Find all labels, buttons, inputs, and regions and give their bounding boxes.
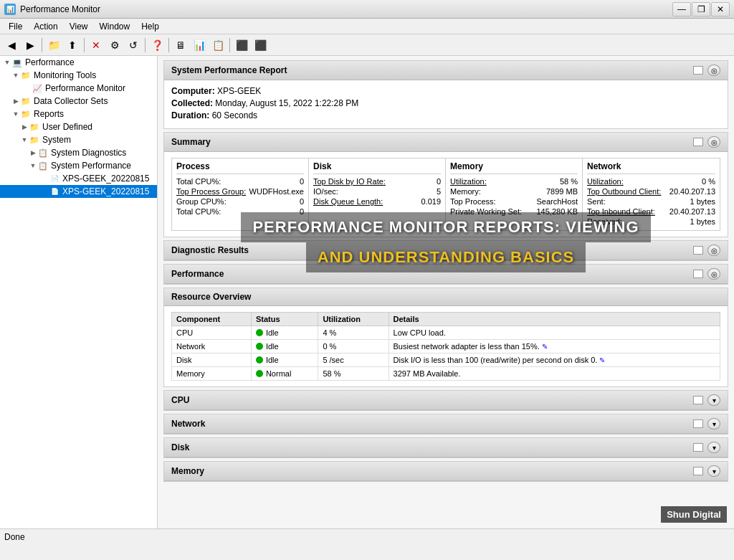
summary-title: Summary (171, 137, 211, 147)
res-component-cpu: CPU (172, 326, 252, 340)
network-label-1[interactable]: Top Outbound Client: (587, 187, 661, 196)
network-label-3[interactable]: Top Inbound Client: (587, 207, 655, 216)
sidebar-item-xps1[interactable]: 📄 XPS-GEEK_20220815 (0, 172, 157, 185)
process-label-3: Total CPU%: (176, 207, 221, 216)
view-btn-2[interactable]: 📊 (191, 37, 208, 54)
sidebar-item-user-defined[interactable]: ▶ 📁 User Defined (0, 120, 157, 133)
label-system: System (42, 135, 71, 145)
report-main-title: System Performance Report (171, 65, 287, 75)
sidebar-item-performance[interactable]: ▼ 💻 Performance (0, 56, 157, 69)
label-reports: Reports (34, 109, 64, 119)
view-btn-1[interactable]: 🖥 (172, 37, 189, 54)
performance-title: Performance (171, 269, 224, 279)
view-btn-3[interactable]: 📋 (209, 37, 227, 54)
resource-header[interactable]: Resource Overview (164, 288, 728, 306)
back-button[interactable]: ◀ (3, 37, 20, 54)
section-icon-diag (693, 246, 703, 255)
arrow-performance[interactable]: ▼ (3, 58, 11, 67)
sidebar-item-system[interactable]: ▼ 📁 System (0, 133, 157, 146)
menu-window[interactable]: Window (94, 20, 136, 33)
show-console-tree-button[interactable]: 📁 (45, 37, 62, 54)
toolbar-red-btn[interactable]: ⬛ (252, 37, 269, 54)
forward-button[interactable]: ▶ (22, 37, 39, 54)
resource-row-memory: Memory Normal 58 % 3297 MB Available. (172, 367, 720, 381)
process-value-1: WUDFHost.exe (249, 187, 304, 196)
collapse-report-btn[interactable]: ◎ (707, 65, 720, 76)
duration-label: Duration: (171, 110, 209, 120)
process-label-1[interactable]: Top Process Group: (176, 187, 246, 196)
sidebar-item-xps2[interactable]: 📄 XPS-GEEK_20220815 (0, 185, 157, 198)
disk-section-header[interactable]: Disk ▾ (164, 438, 728, 457)
network-row-0: Utilization: 0 % (587, 177, 715, 186)
summary-grid: Process Total CPU%: 0 Top Process Group:… (171, 158, 720, 231)
report-info: Computer: XPS-GEEK Collected: Monday, Au… (164, 80, 728, 128)
collapse-perf-btn[interactable]: ◎ (707, 268, 720, 280)
network-label-0[interactable]: Utilization: (587, 177, 624, 186)
memory-section-header[interactable]: Memory ▾ (164, 462, 728, 481)
summary-header[interactable]: Summary ◎ (164, 133, 728, 152)
arrow-sys-diag[interactable]: ▶ (29, 148, 37, 157)
maximize-button[interactable]: ❐ (692, 2, 710, 16)
process-value-0: 0 (300, 177, 304, 186)
toolbar-green-btn[interactable]: ⬛ (233, 37, 250, 54)
sidebar-item-perf-monitor[interactable]: 📈 Performance Monitor (0, 82, 157, 95)
menu-view[interactable]: View (64, 20, 94, 33)
diagnostic-header[interactable]: Diagnostic Results ◎ (164, 241, 728, 260)
arrow-data-collector[interactable]: ▶ (11, 97, 20, 105)
menu-help[interactable]: Help (135, 20, 165, 33)
delete-button[interactable]: ✕ (87, 37, 105, 54)
collected-label: Collected: (171, 98, 213, 108)
arrow-system[interactable]: ▼ (20, 136, 29, 144)
status-text: Done (4, 532, 25, 542)
memory-label-0[interactable]: Utilization: (450, 177, 487, 186)
disk-collapsed-section: Disk ▾ (163, 437, 728, 458)
performance-header[interactable]: Performance ◎ (164, 265, 728, 284)
collapse-disk-btn[interactable]: ▾ (707, 442, 720, 453)
collapse-net-btn[interactable]: ▾ (707, 418, 720, 430)
icon-sys-diag: 📋 (37, 148, 49, 158)
minimize-button[interactable]: — (672, 2, 691, 16)
cpu-section-header[interactable]: CPU ▾ (164, 391, 728, 410)
performance-section: Performance ◎ (163, 264, 728, 285)
network-section-title: Network (171, 419, 205, 429)
cpu-collapsed-section: CPU ▾ (163, 390, 728, 411)
toolbar-separator-2 (84, 38, 85, 52)
section-icon-net (693, 419, 703, 428)
window-controls: — ❐ ✕ (672, 2, 730, 16)
summary-content: Process Total CPU%: 0 Top Process Group:… (164, 152, 728, 237)
collapse-summary-btn[interactable]: ◎ (707, 136, 720, 148)
arrow-monitoring[interactable]: ▼ (11, 71, 20, 80)
arrow-reports[interactable]: ▼ (11, 110, 20, 118)
disk-label-2[interactable]: Disk Queue Length: (313, 197, 383, 206)
close-button[interactable]: ✕ (711, 2, 730, 16)
res-status-cpu: Idle (251, 326, 318, 340)
network-row-3: Top Inbound Client: 20.40.207.13 (587, 207, 715, 216)
collapse-mem-btn[interactable]: ▾ (707, 465, 720, 477)
report-header-bar[interactable]: System Performance Report ◎ (164, 61, 728, 80)
arrow-user-defined[interactable]: ▶ (20, 123, 29, 131)
arrow-sys-perf[interactable]: ▼ (29, 161, 37, 170)
process-label-0: Total CPU%: (176, 177, 221, 186)
sidebar-item-reports[interactable]: ▼ 📁 Reports (0, 108, 157, 120)
properties-button[interactable]: ⚙ (106, 37, 123, 54)
refresh-button[interactable]: ↺ (125, 37, 142, 54)
disk-label-0[interactable]: Top Disk by IO Rate: (313, 177, 386, 186)
collapse-cpu-btn[interactable]: ▾ (707, 394, 720, 406)
col-component: Component (172, 313, 252, 326)
res-details-mem: 3297 MB Available. (389, 367, 720, 381)
collapse-diag-btn[interactable]: ◎ (707, 245, 720, 256)
sidebar-item-data-collector[interactable]: ▶ 📁 Data Collector Sets (0, 95, 157, 108)
network-section-header[interactable]: Network ▾ (164, 414, 728, 434)
sidebar-item-sys-diagnostics[interactable]: ▶ 📋 System Diagnostics (0, 146, 157, 159)
up-button[interactable]: ⬆ (64, 37, 81, 54)
status-dot-mem (256, 370, 263, 377)
menu-file[interactable]: File (3, 20, 28, 33)
help-button[interactable]: ❓ (148, 37, 166, 54)
res-details-net: Busiest network adapter is less than 15%… (389, 340, 720, 353)
disk-value-0: 0 (437, 177, 441, 186)
disk-row-0: Top Disk by IO Rate: 0 (313, 177, 441, 186)
sidebar-item-sys-performance[interactable]: ▼ 📋 System Performance (0, 159, 157, 172)
sidebar-item-monitoring-tools[interactable]: ▼ 📁 Monitoring Tools (0, 69, 157, 82)
disk-value-1: 5 (437, 187, 441, 196)
menu-action[interactable]: Action (28, 20, 63, 33)
